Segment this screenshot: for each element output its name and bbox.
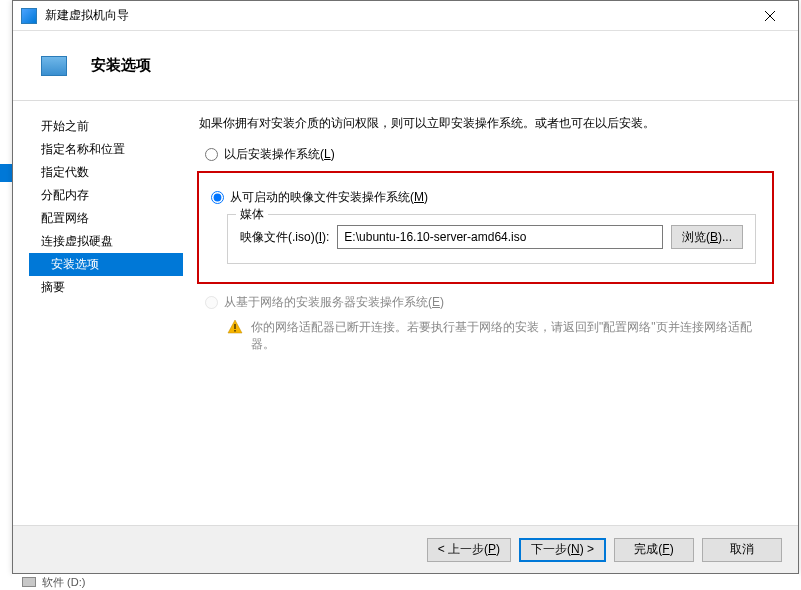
sidebar-item-label: 开始之前	[41, 119, 89, 133]
sidebar-item-before-begin[interactable]: 开始之前	[35, 115, 183, 138]
sidebar-item-name-location[interactable]: 指定名称和位置	[35, 138, 183, 161]
iso-file-label: 映像文件(.iso)(I):	[240, 229, 329, 246]
radio-install-later-row[interactable]: 以后安装操作系统(L)	[205, 146, 774, 163]
app-icon	[21, 8, 37, 24]
network-warning-text: 你的网络适配器已断开连接。若要执行基于网络的安装，请返回到"配置网络"页并连接网…	[251, 319, 774, 353]
sidebar: 开始之前 指定名称和位置 指定代数 分配内存 配置网络 连接虚拟硬盘 安装选项 …	[13, 101, 183, 525]
sidebar-item-label: 连接虚拟硬盘	[41, 234, 113, 248]
sidebar-item-label: 指定名称和位置	[41, 142, 125, 156]
close-button[interactable]	[750, 2, 790, 30]
sidebar-item-summary[interactable]: 摘要	[35, 276, 183, 299]
radio-install-later[interactable]	[205, 148, 218, 161]
radio-install-iso[interactable]	[211, 191, 224, 204]
sidebar-item-label: 分配内存	[41, 188, 89, 202]
radio-install-network	[205, 296, 218, 309]
media-row: 映像文件(.iso)(I): 浏览(B)...	[240, 225, 743, 249]
explorer-strip: 软件 (D:)	[12, 574, 799, 590]
warning-icon	[227, 319, 243, 335]
highlight-annotation: 从可启动的映像文件安装操作系统(M) 媒体 映像文件(.iso)(I): 浏览(…	[197, 171, 774, 284]
monitor-icon	[41, 56, 67, 76]
close-icon	[765, 11, 775, 21]
drive-icon	[22, 577, 36, 587]
svg-rect-3	[234, 324, 236, 329]
finish-button[interactable]: 完成(F)	[614, 538, 694, 562]
wizard-footer: < 上一步(P) 下一步(N) > 完成(F) 取消	[13, 525, 798, 573]
sidebar-item-label: 摘要	[41, 280, 65, 294]
svg-rect-4	[234, 330, 236, 332]
cancel-button[interactable]: 取消	[702, 538, 782, 562]
sidebar-item-generation[interactable]: 指定代数	[35, 161, 183, 184]
left-accent-strip	[0, 164, 12, 182]
sidebar-item-label: 配置网络	[41, 211, 89, 225]
sidebar-item-memory[interactable]: 分配内存	[35, 184, 183, 207]
content-description: 如果你拥有对安装介质的访问权限，则可以立即安装操作系统。或者也可在以后安装。	[199, 115, 774, 132]
media-legend: 媒体	[236, 206, 268, 223]
previous-button[interactable]: < 上一步(P)	[427, 538, 511, 562]
wizard-body: 开始之前 指定名称和位置 指定代数 分配内存 配置网络 连接虚拟硬盘 安装选项 …	[13, 101, 798, 525]
content-panel: 如果你拥有对安装介质的访问权限，则可以立即安装操作系统。或者也可在以后安装。 以…	[183, 101, 798, 525]
wizard-window: 新建虚拟机向导 安装选项 开始之前 指定名称和位置 指定代数 分配内存 配置网络…	[12, 0, 799, 574]
page-title: 安装选项	[91, 56, 151, 75]
media-groupbox: 媒体 映像文件(.iso)(I): 浏览(B)...	[227, 214, 756, 264]
sidebar-item-install-options[interactable]: 安装选项	[29, 253, 183, 276]
window-title: 新建虚拟机向导	[45, 7, 750, 24]
drive-label: 软件 (D:)	[42, 575, 85, 590]
sidebar-item-label: 安装选项	[51, 257, 99, 271]
network-warning: 你的网络适配器已断开连接。若要执行基于网络的安装，请返回到"配置网络"页并连接网…	[227, 319, 774, 353]
radio-install-iso-label: 从可启动的映像文件安装操作系统(M)	[230, 189, 428, 206]
radio-install-later-label: 以后安装操作系统(L)	[224, 146, 335, 163]
sidebar-item-label: 指定代数	[41, 165, 89, 179]
sidebar-item-vhd[interactable]: 连接虚拟硬盘	[35, 230, 183, 253]
radio-install-iso-row[interactable]: 从可启动的映像文件安装操作系统(M)	[211, 189, 756, 206]
sidebar-item-network[interactable]: 配置网络	[35, 207, 183, 230]
iso-path-input[interactable]	[337, 225, 663, 249]
browse-button[interactable]: 浏览(B)...	[671, 225, 743, 249]
next-button[interactable]: 下一步(N) >	[519, 538, 606, 562]
titlebar: 新建虚拟机向导	[13, 1, 798, 31]
wizard-header: 安装选项	[13, 31, 798, 101]
radio-install-network-row: 从基于网络的安装服务器安装操作系统(E)	[205, 294, 774, 311]
radio-install-network-label: 从基于网络的安装服务器安装操作系统(E)	[224, 294, 444, 311]
